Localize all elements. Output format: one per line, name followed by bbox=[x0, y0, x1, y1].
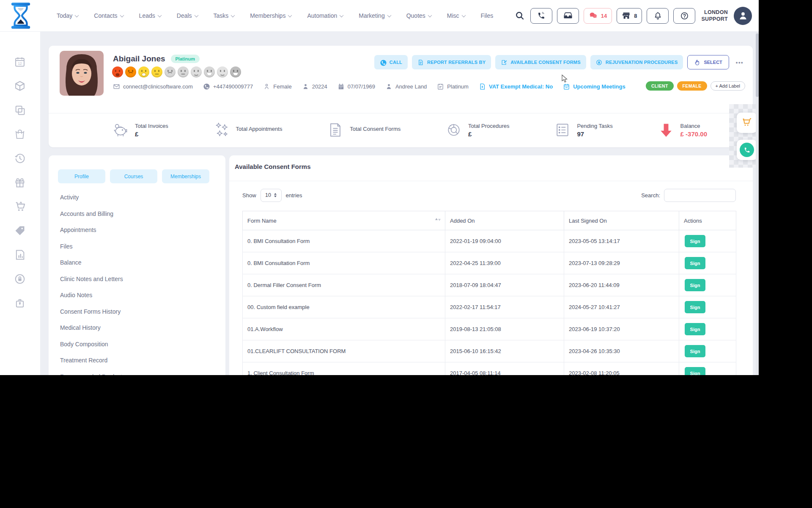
nav-tasks[interactable]: Tasks bbox=[211, 12, 237, 19]
add-label-button[interactable]: + Add Label bbox=[710, 81, 745, 91]
help-button[interactable] bbox=[673, 8, 695, 24]
section-list-item[interactable]: Clinic Notes and Letters bbox=[49, 271, 225, 287]
sidebar-cart-icon[interactable] bbox=[14, 200, 27, 213]
mood-rating-row bbox=[112, 66, 241, 77]
mood-face-icon[interactable] bbox=[151, 66, 162, 77]
available-consent-forms-button[interactable]: AVAILABLE CONSENT FORMS bbox=[495, 55, 586, 69]
added-on-cell: 2022-02-17 11:54:17 bbox=[445, 296, 564, 318]
nav-contacts[interactable]: Contacts bbox=[91, 12, 126, 19]
client-profile-card: Abigail Jones Platinum bbox=[49, 46, 753, 147]
report-referrals-button[interactable]: REPORT REFERRALS BY bbox=[412, 55, 491, 69]
detail-icon bbox=[385, 83, 392, 90]
sidebar-package-icon[interactable] bbox=[14, 80, 27, 92]
mood-face-icon[interactable] bbox=[217, 66, 228, 77]
client-membership[interactable]: Platinum bbox=[437, 83, 469, 90]
notifications-button[interactable] bbox=[647, 8, 669, 24]
sidebar-report-icon[interactable] bbox=[14, 248, 27, 261]
scrollbar-thumb[interactable] bbox=[756, 33, 759, 97]
mood-face-icon[interactable] bbox=[178, 66, 189, 77]
nav-marketing[interactable]: Marketing bbox=[356, 12, 393, 19]
call-widget-button[interactable] bbox=[737, 140, 757, 160]
client-owner[interactable]: Andree Land bbox=[385, 83, 427, 90]
client-dob[interactable]: 07/07/1969 bbox=[337, 83, 375, 90]
sign-button[interactable]: Sign bbox=[685, 301, 705, 313]
table-search-input[interactable] bbox=[664, 189, 736, 202]
column-form-name[interactable]: Form Name bbox=[243, 211, 445, 230]
mood-face-icon[interactable] bbox=[112, 66, 123, 77]
select-button[interactable]: SELECT bbox=[687, 55, 729, 69]
sidebar-user-lock-icon[interactable] bbox=[14, 273, 27, 285]
section-list-item[interactable]: Body Composition bbox=[49, 336, 225, 353]
consent-forms-table: Form Name Added On Last Signed On Action… bbox=[242, 211, 736, 375]
upcoming-meetings-link[interactable]: Upcoming Meetings bbox=[563, 83, 625, 90]
cart-widget-button[interactable] bbox=[737, 113, 757, 133]
nav-files[interactable]: Files bbox=[478, 12, 496, 19]
more-options-button[interactable]: ••• bbox=[733, 59, 746, 66]
sign-button[interactable]: Sign bbox=[685, 257, 705, 269]
nav-today[interactable]: Today bbox=[54, 12, 81, 19]
section-list-item[interactable]: Consent Forms History bbox=[49, 304, 225, 320]
rejuvenation-procedures-button[interactable]: REJUVENATION PROCEDURES bbox=[590, 55, 683, 69]
client-phone[interactable]: +447490009777 bbox=[203, 83, 253, 90]
sign-button[interactable]: Sign bbox=[685, 367, 705, 375]
sidebar-tag-icon[interactable] bbox=[14, 224, 27, 237]
voicemail-button[interactable] bbox=[557, 8, 579, 24]
actions-cell: Sign bbox=[679, 362, 736, 375]
mood-face-icon[interactable] bbox=[125, 66, 136, 77]
section-list-item[interactable]: Treatment Record bbox=[49, 352, 225, 369]
section-list-item[interactable]: Accounts and Billing bbox=[49, 206, 225, 222]
chat-button[interactable]: 14 bbox=[584, 8, 612, 24]
section-list-item[interactable]: Appointments bbox=[49, 222, 225, 238]
sign-button[interactable]: Sign bbox=[685, 345, 705, 357]
user-avatar[interactable] bbox=[734, 7, 752, 25]
account-location-label[interactable]: LONDON SUPPORT bbox=[701, 9, 728, 23]
client-gender[interactable]: Female bbox=[263, 83, 291, 90]
nav-item-label: Memberships bbox=[250, 12, 285, 19]
nav-leads[interactable]: Leads bbox=[137, 12, 164, 19]
tab-courses[interactable]: Courses bbox=[110, 169, 157, 183]
client-email[interactable]: connect@clinicsoftware.com bbox=[113, 83, 193, 90]
section-list-item[interactable]: Audio Notes bbox=[49, 287, 225, 304]
section-list-item[interactable]: Medical History bbox=[49, 320, 225, 336]
section-list-item[interactable]: Balance bbox=[49, 254, 225, 271]
profile-actions: CALL REPORT REFERRALS BY AVAILABLE CONSE… bbox=[374, 55, 746, 69]
nav-deals[interactable]: Deals bbox=[174, 12, 200, 19]
column-added-on[interactable]: Added On bbox=[445, 211, 564, 230]
client-photo[interactable] bbox=[60, 51, 104, 96]
shop-button[interactable]: 8 bbox=[617, 8, 642, 24]
sign-button[interactable]: Sign bbox=[685, 279, 705, 291]
client-details-row: connect@clinicsoftware.com +447490009777… bbox=[113, 83, 625, 90]
sign-button[interactable]: Sign bbox=[685, 323, 705, 335]
mood-face-icon[interactable] bbox=[191, 66, 202, 77]
vat-exempt-link[interactable]: VAT Exempt Medical: No bbox=[479, 83, 553, 90]
section-list-item[interactable]: Recommended Products bbox=[49, 369, 225, 375]
nav-quotes[interactable]: Quotes bbox=[404, 12, 434, 19]
vertical-scrollbar[interactable] bbox=[756, 32, 759, 375]
mood-face-icon[interactable] bbox=[165, 66, 176, 77]
mood-face-icon[interactable] bbox=[204, 66, 215, 77]
sidebar-gift-icon[interactable] bbox=[14, 176, 27, 189]
mood-face-icon[interactable] bbox=[230, 66, 241, 77]
tab-profile[interactable]: Profile bbox=[58, 169, 105, 183]
sign-button[interactable]: Sign bbox=[685, 235, 705, 247]
nav-memberships[interactable]: Memberships bbox=[247, 12, 294, 19]
nav-automation[interactable]: Automation bbox=[304, 12, 346, 19]
tab-memberships[interactable]: Memberships bbox=[162, 169, 209, 183]
clinicsoftware-logo[interactable] bbox=[9, 2, 32, 30]
sidebar-calendar-icon[interactable]: 12 bbox=[14, 55, 27, 68]
section-list-item[interactable]: Activity bbox=[49, 189, 225, 206]
svg-text:12: 12 bbox=[18, 62, 22, 66]
client-id[interactable]: 20224 bbox=[302, 83, 327, 90]
calls-button[interactable] bbox=[530, 8, 552, 24]
sidebar-shopping-bag-icon[interactable] bbox=[14, 128, 27, 141]
search-icon[interactable] bbox=[515, 10, 526, 21]
mood-face-icon[interactable] bbox=[138, 66, 149, 77]
page-size-select[interactable]: 10 bbox=[261, 189, 282, 202]
sidebar-copy-icon[interactable] bbox=[14, 104, 27, 116]
column-last-signed-on[interactable]: Last Signed On bbox=[564, 211, 679, 230]
section-list-item[interactable]: Files bbox=[49, 238, 225, 255]
sidebar-lock-icon[interactable] bbox=[14, 297, 27, 309]
sidebar-history-icon[interactable] bbox=[14, 152, 27, 165]
call-button[interactable]: CALL bbox=[374, 55, 408, 69]
nav-misc[interactable]: Misc bbox=[444, 12, 468, 19]
